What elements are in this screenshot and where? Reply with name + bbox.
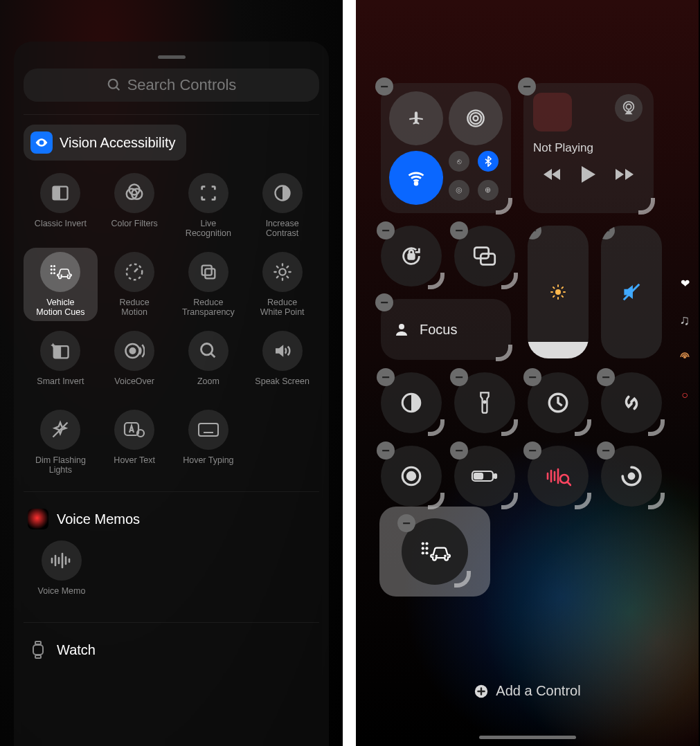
resize-handle[interactable] <box>428 273 445 289</box>
stopwatch-control[interactable]: − <box>601 446 662 507</box>
remove-icon[interactable]: − <box>450 221 468 239</box>
remove-icon[interactable]: − <box>377 442 395 460</box>
home-indicator[interactable] <box>479 736 576 739</box>
resize-handle[interactable] <box>648 345 662 358</box>
remove-icon[interactable]: − <box>518 78 536 95</box>
resize-handle[interactable] <box>638 198 655 215</box>
sheet-grabber[interactable] <box>158 55 186 59</box>
tile-reduce-motion[interactable]: Reduce Motion <box>98 248 172 321</box>
play-icon[interactable] <box>581 166 596 183</box>
resize-handle[interactable] <box>428 419 445 436</box>
remove-icon[interactable]: − <box>597 442 615 460</box>
media-card[interactable]: − Not Playing <box>523 83 654 213</box>
screen-mirroring-control[interactable]: − <box>454 226 515 286</box>
section-watch[interactable]: Watch <box>24 633 319 667</box>
antenna-icon[interactable] <box>678 350 692 367</box>
tile-zoom[interactable]: Zoom <box>172 327 246 400</box>
remove-icon[interactable]: − <box>597 368 615 386</box>
voiceover-icon <box>124 340 145 361</box>
tile-vehicle-motion-cues[interactable]: Vehicle Motion Cues <box>24 248 98 321</box>
tile-voice-memo[interactable]: Voice Memo <box>24 536 100 610</box>
stacked-squares-icon <box>199 262 218 282</box>
resize-handle[interactable] <box>501 493 518 509</box>
heart-icon[interactable]: ❤ <box>681 277 690 290</box>
music-icon[interactable]: ♫ <box>680 312 690 328</box>
dark-mode-control[interactable]: − <box>381 372 442 433</box>
remove-icon[interactable]: − <box>377 368 395 386</box>
svg-point-94 <box>425 552 428 554</box>
orientation-lock-control[interactable]: − <box>381 226 442 286</box>
half-circle-icon <box>400 391 423 415</box>
flashlight-icon <box>478 391 492 415</box>
remove-icon[interactable]: − <box>450 442 468 460</box>
resize-handle[interactable] <box>496 345 512 361</box>
hotspot-toggle[interactable]: ◎ <box>449 180 469 201</box>
brightness-slider[interactable]: − <box>528 226 589 358</box>
remove-icon[interactable]: − <box>377 221 395 239</box>
forward-icon[interactable] <box>616 167 634 181</box>
resize-handle[interactable] <box>575 419 591 436</box>
section-voice-memos[interactable]: Voice Memos <box>24 502 319 536</box>
svg-point-21 <box>279 269 285 275</box>
bluetooth-toggle[interactable] <box>478 151 499 172</box>
connectivity-card[interactable]: − ⎋ ◎ ⊕ <box>381 83 511 213</box>
remove-icon[interactable]: − <box>375 293 393 311</box>
airplane-toggle[interactable] <box>389 91 443 145</box>
resize-handle[interactable] <box>501 419 518 436</box>
svg-rect-53 <box>35 655 41 658</box>
tile-hover-text[interactable]: Hover Text <box>98 406 172 479</box>
plus-circle-icon <box>474 684 489 699</box>
tile-reduce-white-point[interactable]: Reduce White Point <box>245 248 319 321</box>
focus-control[interactable]: − Focus <box>381 299 511 360</box>
tile-live-recognition[interactable]: Live Recognition <box>172 169 246 242</box>
resize-handle[interactable] <box>501 273 518 289</box>
remove-icon[interactable]: − <box>523 368 541 386</box>
timer-arc-icon <box>620 464 643 488</box>
screen-record-control[interactable]: − <box>381 446 442 507</box>
tile-speak-screen[interactable]: Speak Screen <box>245 327 319 400</box>
add-control-button[interactable]: Add a Control <box>356 683 699 699</box>
controls-gallery-screen: Search Controls Vision Accessibility Cla… <box>0 0 343 746</box>
tile-reduce-transparency[interactable]: Reduce Transparency <box>172 248 246 321</box>
search-input[interactable]: Search Controls <box>24 69 319 102</box>
tile-color-filters[interactable]: Color Filters <box>98 169 172 242</box>
resize-handle[interactable] <box>575 493 591 509</box>
timer-control[interactable]: − <box>528 372 589 433</box>
flashlight-control[interactable]: − <box>454 372 515 433</box>
volume-slider[interactable]: − <box>601 226 662 358</box>
resize-handle[interactable] <box>575 345 589 358</box>
tile-increase-contrast[interactable]: Increase Contrast <box>245 169 319 242</box>
hover-text-icon <box>123 421 145 439</box>
keyboard-icon <box>197 422 219 437</box>
section-vision-accessibility[interactable]: Vision Accessibility <box>24 125 186 161</box>
remove-icon[interactable]: − <box>375 78 393 95</box>
tile-dim-flashing-lights[interactable]: Dim Flashing Lights <box>24 406 98 479</box>
airplay-button[interactable] <box>615 94 643 122</box>
tile-smart-invert[interactable]: Smart Invert <box>24 327 98 400</box>
remove-icon[interactable]: − <box>601 226 615 239</box>
resize-handle[interactable] <box>454 571 471 588</box>
remove-icon[interactable]: − <box>528 226 541 239</box>
resize-handle[interactable] <box>496 198 512 215</box>
remove-icon[interactable]: − <box>397 514 415 532</box>
airdrop-toggle[interactable] <box>449 91 503 145</box>
rewind-icon[interactable] <box>544 167 562 181</box>
vpn-toggle[interactable]: ⊕ <box>478 180 499 201</box>
music-recognition-control[interactable]: − <box>528 446 589 507</box>
wifi-toggle[interactable] <box>389 151 443 205</box>
remove-icon[interactable]: − <box>523 442 541 460</box>
tile-voiceover[interactable]: VoiceOver <box>98 327 172 400</box>
shazam-icon <box>620 391 643 415</box>
svg-rect-39 <box>199 424 218 436</box>
resize-handle[interactable] <box>648 419 665 436</box>
tile-classic-invert[interactable]: Classic Invert <box>24 169 98 242</box>
tile-hover-typing[interactable]: Hover Typing <box>172 406 246 479</box>
half-circle-icon <box>273 183 292 203</box>
low-power-control[interactable]: − <box>454 446 515 507</box>
vehicle-motion-cues-new-tile[interactable]: − <box>379 507 490 597</box>
dot-icon[interactable]: ○ <box>681 389 688 401</box>
remove-icon[interactable]: − <box>450 368 468 386</box>
resize-handle[interactable] <box>648 493 665 509</box>
shazam-control[interactable]: − <box>601 372 662 433</box>
cellular-toggle[interactable]: ⎋ <box>449 151 469 172</box>
